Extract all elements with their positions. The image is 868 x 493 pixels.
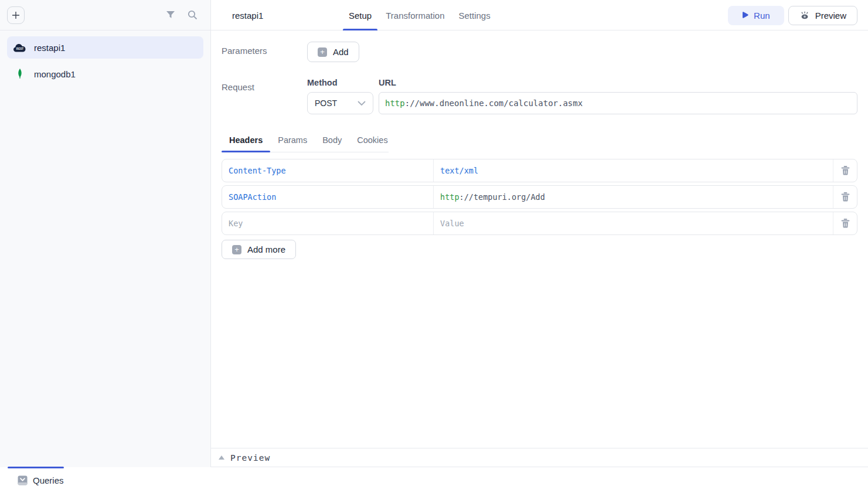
tab-transformation[interactable]: Transformation [386, 0, 444, 30]
header-value-input[interactable]: text/xml [434, 159, 833, 182]
response-preview-toggle[interactable]: Preview [211, 448, 868, 467]
queries-tab-label: Queries [33, 475, 64, 485]
filter-button[interactable] [166, 11, 175, 19]
add-parameter-button[interactable]: + Add [307, 42, 359, 62]
search-button[interactable] [188, 10, 198, 20]
sidebar-toolbar [0, 0, 210, 30]
tab-body[interactable]: Body [315, 135, 349, 152]
setup-panel: Parameters + Add Request Method POST URL… [211, 30, 868, 448]
header-key-input[interactable]: Key [222, 212, 434, 234]
key-placeholder: Key [229, 219, 243, 228]
plus-icon [12, 11, 20, 19]
header-value-text: text/xml [440, 166, 478, 175]
header-row-2: SOAPAction http://tempuri.org/Add [222, 185, 857, 209]
header-value-rest: ://tempuri.org/Add [459, 192, 545, 202]
rest-api-icon: REST [13, 43, 27, 53]
method-block: Method POST [307, 78, 373, 114]
header-value-input[interactable]: Value [434, 212, 833, 234]
eye-icon [799, 11, 810, 20]
header-row-1: Content-Type text/xml [222, 159, 857, 182]
tab-settings[interactable]: Settings [459, 0, 491, 30]
headers-table: Content-Type text/xml SOAPAction http://… [222, 159, 857, 235]
bottom-bar: Queries [0, 467, 868, 493]
run-button-label: Run [754, 11, 770, 21]
url-block: URL http://www.dneonline.com/calculator.… [379, 78, 857, 114]
value-placeholder: Value [440, 219, 464, 228]
method-value: POST [315, 98, 337, 108]
trash-icon [841, 166, 850, 175]
delete-header-button[interactable] [833, 212, 857, 234]
tab-headers[interactable]: Headers [222, 135, 270, 152]
url-rest: ://www.dneonline.com/calculator.asmx [405, 98, 583, 108]
request-label: Request [222, 78, 307, 114]
sidebar-item-label: restapi1 [34, 43, 65, 53]
header-key-text: SOAPAction [229, 192, 276, 202]
queries-icon [18, 475, 28, 485]
run-button[interactable]: Run [728, 6, 784, 25]
plus-square-icon: + [232, 245, 241, 254]
method-select[interactable]: POST [307, 92, 373, 114]
preview-button-label: Preview [815, 11, 846, 21]
parameters-label: Parameters [222, 42, 307, 62]
sidebar: REST restapi1 mongodb1 [0, 0, 211, 467]
topbar-actions: Run Preview [728, 0, 857, 30]
tab-cookies[interactable]: Cookies [349, 135, 395, 152]
url-label: URL [379, 78, 857, 87]
sidebar-item-label: mongodb1 [34, 69, 76, 79]
query-topbar: restapi1 Setup Transformation Settings R… [211, 0, 868, 30]
preview-button[interactable]: Preview [788, 6, 857, 25]
trash-icon [841, 192, 850, 202]
sidebar-item-mongodb1[interactable]: mongodb1 [7, 63, 203, 85]
sidebar-item-restapi1[interactable]: REST restapi1 [7, 36, 203, 59]
add-entity-button[interactable] [7, 6, 25, 24]
delete-header-button[interactable] [833, 186, 857, 208]
play-icon [742, 12, 748, 19]
preview-panel-label: Preview [230, 453, 270, 463]
svg-text:REST: REST [16, 47, 23, 50]
header-key-input[interactable]: SOAPAction [222, 186, 434, 208]
parameters-row: Parameters + Add [222, 42, 857, 62]
header-value-input[interactable]: http://tempuri.org/Add [434, 186, 833, 208]
method-label: Method [307, 78, 373, 87]
url-scheme: http [385, 98, 405, 108]
request-row: Request Method POST URL http://www.dneon… [222, 78, 857, 114]
search-icon [188, 10, 198, 20]
plus-square-icon: + [318, 47, 327, 57]
add-parameter-label: Add [333, 47, 349, 57]
delete-header-button[interactable] [833, 159, 857, 182]
tab-params[interactable]: Params [270, 135, 315, 152]
query-tabs: Setup Transformation Settings [349, 0, 491, 30]
query-title: restapi1 [232, 0, 263, 30]
tab-setup[interactable]: Setup [349, 0, 372, 30]
url-input[interactable]: http://www.dneonline.com/calculator.asmx [379, 92, 857, 114]
request-sub-tabs: Headers Params Body Cookies [222, 135, 389, 152]
header-key-text: Content-Type [229, 166, 286, 175]
mongodb-icon [13, 68, 27, 80]
header-row-3: Key Value [222, 212, 857, 235]
query-list: REST restapi1 mongodb1 [0, 30, 210, 91]
chevron-down-icon [358, 101, 366, 106]
header-key-input[interactable]: Content-Type [222, 159, 434, 182]
add-more-button[interactable]: + Add more [222, 240, 296, 259]
trash-icon [841, 219, 850, 228]
collapse-up-icon [219, 455, 224, 460]
queries-tab[interactable]: Queries [18, 467, 64, 493]
add-more-label: Add more [247, 244, 285, 254]
header-value-scheme: http [440, 192, 459, 202]
filter-icon [166, 11, 175, 19]
